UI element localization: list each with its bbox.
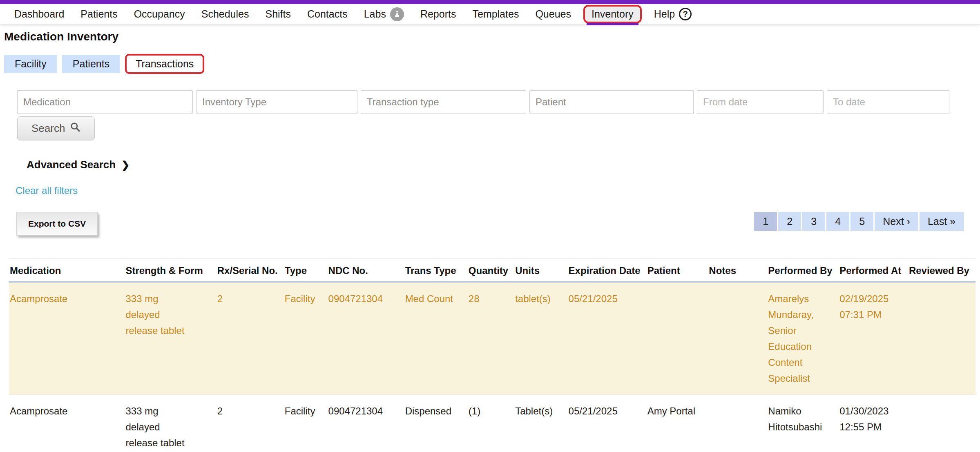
cell-notes	[708, 282, 767, 395]
cell-quantity: 28	[468, 282, 514, 395]
search-icon	[70, 122, 80, 135]
column-header-trans-type: Trans Type	[404, 259, 468, 282]
cell-trans-type: Med Count	[404, 282, 468, 395]
cell-patient: Amy Portal	[647, 395, 708, 452]
medication-filter-input[interactable]	[17, 90, 193, 114]
column-header-performed-at: Performed At	[839, 259, 908, 282]
page-button-3[interactable]: 3	[802, 212, 825, 231]
nav-item-dashboard[interactable]: Dashboard	[14, 8, 64, 20]
cell-trans-type: Dispensed	[404, 395, 468, 452]
column-header-type: Type	[284, 259, 328, 282]
to-date-filter-input[interactable]	[827, 90, 949, 114]
pagination-next-button[interactable]: Next ›	[875, 212, 918, 231]
cell-medication: Acamprosate	[9, 282, 125, 395]
column-header-quantity: Quantity	[468, 259, 514, 282]
chevron-right-icon: ❯	[121, 159, 129, 171]
column-header-units: Units	[514, 259, 567, 282]
inventory-tabs: Facility Patients Transactions	[4, 54, 980, 74]
page-button-4[interactable]: 4	[826, 212, 849, 231]
column-header-reviewed-by: Reviewed By	[908, 259, 976, 282]
patient-filter-input[interactable]	[529, 90, 694, 114]
cell-patient	[647, 282, 708, 395]
help-circle-icon: ?	[679, 8, 692, 20]
cell-reviewed-by	[908, 395, 976, 452]
cell-rx-serial: 2	[217, 395, 284, 452]
nav-item-inventory[interactable]: Inventory	[583, 5, 642, 23]
search-button[interactable]: Search	[17, 116, 95, 140]
cell-ndc: 0904721304	[328, 395, 404, 452]
page-button-2[interactable]: 2	[778, 212, 801, 231]
column-header-notes: Notes	[708, 259, 767, 282]
nav-item-reports[interactable]: Reports	[420, 8, 456, 20]
column-header-performed-by: Performed By	[767, 259, 839, 282]
column-header-expiration-date: Expiration Date	[568, 259, 647, 282]
from-date-filter-input[interactable]	[697, 90, 824, 114]
table-header-row: Medication Strength & Form Rx/Serial No.…	[9, 259, 976, 282]
page-button-5[interactable]: 5	[851, 212, 873, 231]
cell-ndc: 0904721304	[328, 282, 404, 395]
cell-expiration-date: 05/21/2025	[568, 395, 647, 452]
nav-item-schedules[interactable]: Schedules	[201, 8, 249, 20]
nav-item-shifts[interactable]: Shifts	[265, 8, 291, 20]
tab-transactions[interactable]: Transactions	[125, 54, 204, 74]
cell-medication: Acamprosate	[9, 395, 125, 452]
cell-reviewed-by	[908, 282, 976, 395]
transactions-table: Medication Strength & Form Rx/Serial No.…	[9, 258, 976, 452]
column-header-strength-form: Strength & Form	[125, 259, 217, 282]
app-window: Dashboard Patients Occupancy Schedules S…	[0, 0, 980, 452]
nav-item-labs[interactable]: Labs	[364, 7, 404, 21]
page-title: Medication Inventory	[4, 30, 980, 43]
cell-units: tablet(s)	[514, 282, 567, 395]
column-header-ndc: NDC No.	[328, 259, 404, 282]
cell-type: Facility	[284, 395, 328, 452]
cell-performed-at: 01/30/2023 12:55 PM	[839, 395, 908, 452]
column-header-rx-serial: Rx/Serial No.	[217, 259, 284, 282]
inventory-type-filter-input[interactable]	[196, 90, 357, 114]
nav-item-occupancy[interactable]: Occupancy	[134, 8, 185, 20]
cell-quantity: (1)	[468, 395, 514, 452]
cell-strength-form: 333 mg delayed release tablet	[125, 395, 217, 452]
export-to-csv-button[interactable]: Export to CSV	[16, 212, 98, 236]
cell-performed-by: Namiko Hitotsubashi	[767, 395, 839, 452]
cell-performed-at: 02/19/2025 07:31 PM	[839, 282, 908, 395]
nav-item-help[interactable]: Help ?	[654, 8, 692, 20]
cell-expiration-date: 05/21/2025	[568, 282, 647, 395]
cell-units: Tablet(s)	[514, 395, 567, 452]
flask-icon	[390, 7, 404, 21]
brand-accent-bar	[0, 0, 980, 4]
pagination: 1 2 3 4 5 Next › Last »	[754, 212, 964, 231]
cell-notes	[708, 395, 767, 452]
transaction-type-filter-input[interactable]	[361, 90, 526, 114]
cell-rx-serial: 2	[217, 282, 284, 395]
advanced-search-link[interactable]: Advanced Search ❯	[27, 158, 980, 171]
column-header-patient: Patient	[647, 259, 708, 282]
filter-row	[17, 90, 980, 114]
cell-performed-by: Amarelys Mundaray, Senior Education Cont…	[767, 282, 839, 395]
nav-item-patients[interactable]: Patients	[80, 8, 117, 20]
page-button-1[interactable]: 1	[754, 212, 777, 231]
cell-strength-form: 333 mg delayed release tablet	[125, 282, 217, 395]
pagination-last-button[interactable]: Last »	[920, 212, 964, 231]
tab-patients[interactable]: Patients	[62, 55, 120, 73]
main-nav: Dashboard Patients Occupancy Schedules S…	[0, 4, 980, 24]
nav-item-templates[interactable]: Templates	[472, 8, 519, 20]
column-header-medication: Medication	[9, 259, 125, 282]
toolbar-row: Export to CSV 1 2 3 4 5 Next › Last »	[16, 212, 964, 236]
nav-item-queues[interactable]: Queues	[535, 8, 571, 20]
clear-all-filters-link[interactable]: Clear all filters	[16, 185, 78, 196]
nav-item-contacts[interactable]: Contacts	[307, 8, 348, 20]
tab-facility[interactable]: Facility	[4, 55, 57, 73]
cell-type: Facility	[284, 282, 328, 395]
table-row[interactable]: Acamprosate 333 mg delayed release table…	[9, 395, 976, 452]
table-row[interactable]: Acamprosate 333 mg delayed release table…	[9, 282, 976, 395]
